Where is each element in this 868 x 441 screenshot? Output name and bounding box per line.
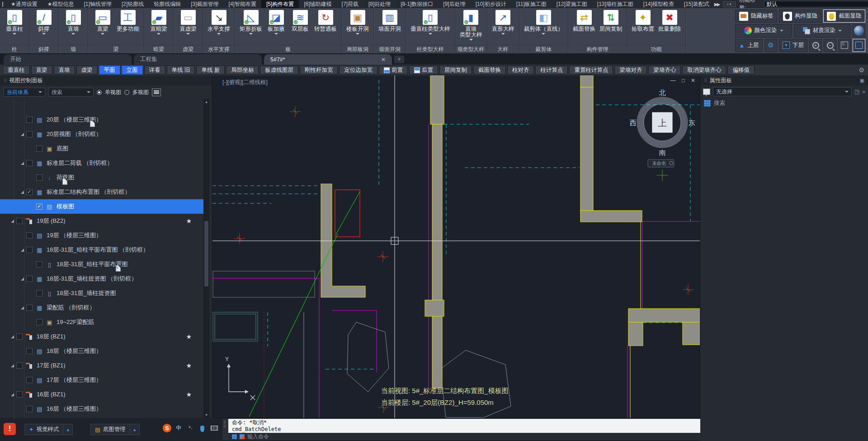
tree-row[interactable]: ▯18层-31层_暗柱平面布置图 [0, 257, 203, 272]
tree-checkbox[interactable] [16, 391, 23, 398]
tree-row[interactable]: ▤17层 （楼层三维图） [0, 373, 203, 387]
tree-row[interactable]: ▦标准层二荷载 （剖切框） [0, 156, 203, 170]
tree-checkbox[interactable] [26, 406, 33, 412]
drag-handle-icon[interactable]: ⠿ [704, 78, 707, 83]
mic-icon[interactable] [198, 424, 207, 432]
compass-east[interactable]: 东 [689, 119, 695, 127]
tree-row[interactable]: 16层 (BZ1)★ [0, 387, 203, 402]
scroll-down-icon[interactable]: ▼ [203, 412, 209, 418]
tree-row[interactable]: 17层 (BZ1)★ [0, 358, 203, 373]
menu-item[interactable]: ★模型信息 [42, 0, 79, 8]
tree-expand-icon[interactable] [21, 191, 24, 194]
tree-scrollbar[interactable]: ▲ ▼ [203, 99, 209, 418]
toolbar-button[interactable]: 重置柱计算点 [569, 66, 613, 75]
tree-checkbox[interactable] [26, 305, 33, 311]
tree-row[interactable]: ↓荷载图 [0, 170, 203, 185]
tree-row[interactable]: ▤模板图 [0, 199, 203, 214]
chevron-down-icon[interactable] [501, 33, 505, 35]
tree-checkbox[interactable] [26, 377, 33, 383]
scrollbar-thumb[interactable] [204, 221, 208, 286]
toolbar-button[interactable]: 前置 [379, 66, 408, 75]
sogou-icon[interactable]: S [163, 424, 171, 432]
tree-row[interactable]: ▦18层-31层_暗柱平面布置图 （剖切框） [0, 243, 203, 257]
side-panel-icon[interactable] [853, 39, 865, 52]
tree-checkbox[interactable] [16, 218, 23, 224]
tree-checkbox[interactable] [26, 348, 33, 354]
toolbar-button[interactable]: 刚性杆加宽 [300, 66, 338, 75]
chevron-down-icon[interactable] [356, 33, 359, 35]
tree-checkbox[interactable] [26, 189, 33, 195]
tree-checkbox[interactable] [26, 232, 33, 239]
star-icon[interactable]: ★ [186, 391, 192, 398]
ribbon-button[interactable]: ✖批量删除 [657, 9, 682, 35]
star-icon[interactable]: ★ [186, 333, 192, 340]
drawing-canvas[interactable]: — □ ✕ [212, 75, 700, 418]
zoom-in-icon[interactable]: + [809, 39, 822, 52]
tree-row[interactable]: ▤16层 （楼层三维图） [0, 402, 203, 416]
command-drag-handle[interactable]: ⠿⠿ [222, 419, 228, 440]
cad-drawing[interactable]: 上 北 南 西 东 未命名 Y 当前视图: 5#_标准层二结构布置图_模板图 当… [212, 75, 700, 418]
page-icon[interactable] [62, 178, 67, 185]
tree-view-icon[interactable] [838, 39, 851, 52]
ribbon-toggle-button[interactable]: 截面显隐 [823, 9, 865, 23]
menu-item[interactable]: [11]板施工图 [511, 0, 552, 8]
star-icon[interactable]: ★ [186, 217, 192, 225]
tree-row[interactable]: ▣19~22F梁配筋 [0, 315, 203, 329]
menu-item[interactable]: [10]初步设计 [471, 0, 511, 8]
ribbon-button[interactable]: ▯⊕直墙 [62, 9, 85, 35]
tree-checkbox[interactable] [36, 203, 42, 210]
menu-item[interactable]: [1]轴线管理 [79, 0, 117, 8]
tree-row[interactable]: ▤19层 （楼层三维图） [0, 228, 203, 243]
ribbon-toggle-button[interactable]: 构件显隐 [779, 9, 821, 23]
ribbon-button[interactable]: ▣楼板开洞 [345, 9, 370, 35]
view-cube-compass[interactable]: 上 北 南 西 东 [630, 89, 695, 156]
close-icon[interactable]: ✕ [691, 77, 695, 84]
toolbar-button[interactable]: 直梁 [31, 66, 52, 75]
tree-row[interactable]: 18层 (BZ1)★ [0, 329, 203, 344]
ribbon-toggle-button[interactable]: 颜色渲染 [735, 24, 792, 37]
restore-icon[interactable]: □ [682, 77, 685, 84]
toolbar-button[interactable]: 单线 新 [196, 66, 225, 75]
ribbon-button[interactable]: ✦拾取布置 [630, 9, 656, 35]
drag-handle-icon[interactable]: ⠿ [4, 78, 6, 83]
chevron-down-icon[interactable] [429, 33, 432, 35]
menu-item[interactable]: [6]辅助建模 [299, 0, 336, 8]
tree-checkbox[interactable] [16, 362, 23, 369]
layout-dropdown[interactable]: 默认 [764, 1, 868, 7]
tree-expand-icon[interactable] [11, 364, 14, 367]
menu-overflow-icon[interactable]: ▶▶ [714, 2, 719, 7]
ribbon-button[interactable]: ▰⊕直暗梁 [147, 9, 170, 35]
selection-dropdown[interactable]: 无选择 [713, 87, 852, 96]
sphere-icon[interactable] [853, 24, 865, 37]
toolbar-button[interactable]: 垂直柱 [3, 66, 30, 75]
chevron-down-icon[interactable] [42, 33, 46, 35]
tree-checkbox[interactable] [36, 319, 42, 325]
tree-checkbox[interactable] [36, 145, 42, 152]
toolbar-button[interactable]: 板虚线图层 [260, 66, 298, 75]
ribbon-button[interactable]: ◪⊕板加腋 [265, 9, 288, 35]
tree-row[interactable]: ▦18层-31层_墙柱提资图 （剖切框） [0, 272, 203, 286]
toolbar-button[interactable]: 梁墙齐心 [648, 66, 681, 75]
star-icon[interactable]: ★ [186, 362, 192, 369]
toolbar-button[interactable]: 虚梁 [76, 66, 98, 75]
ribbon-button[interactable]: ↗直形大样 [491, 9, 516, 35]
current-system-dropdown[interactable]: 当前体系 [4, 88, 45, 97]
toolbar-button[interactable]: 单线 旧 [167, 66, 195, 75]
command-input-row[interactable]: 输入命令 [228, 433, 700, 440]
tree-expand-icon[interactable] [11, 393, 14, 396]
menu-item[interactable]: [3]截面管理 [186, 0, 223, 8]
tree-expand-icon[interactable] [21, 133, 24, 136]
menu-item[interactable]: [13]墙柱施工图 [592, 0, 638, 8]
scroll-up-icon[interactable]: ▲ [203, 99, 209, 105]
chevron-down-icon[interactable] [157, 33, 160, 35]
compass-south[interactable]: 南 [659, 149, 666, 156]
property-search-label[interactable]: 搜索 [714, 99, 725, 107]
chevron-down-icon[interactable] [469, 39, 473, 41]
menu-item[interactable]: [15]装配式 [679, 0, 714, 8]
tree-row[interactable]: ▦标准层二结构布置图 （剖切框） [0, 185, 203, 199]
document-tab[interactable]: 开始 [4, 54, 132, 65]
chinese-mode-icon[interactable]: 中 [175, 424, 183, 432]
tree-expand-icon[interactable] [11, 220, 14, 223]
toolbar-button[interactable]: 立面 [122, 66, 143, 75]
ribbon-button[interactable]: ▯⊕垂直柱类型大样 [409, 9, 452, 35]
